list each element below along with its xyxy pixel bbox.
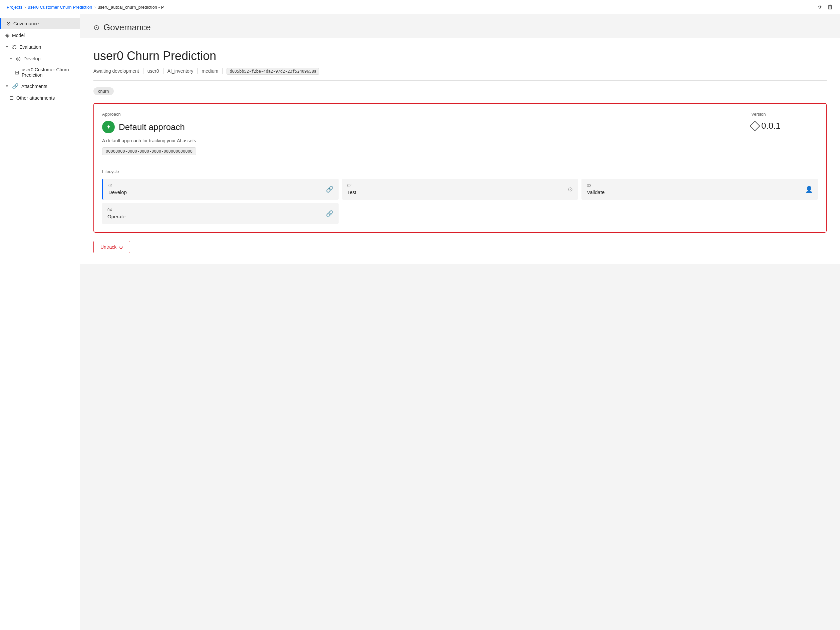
lifecycle-grid: 01 Develop 🔗 02 Test ⊙	[102, 179, 818, 200]
untrack-button[interactable]: Untrack ⊙	[93, 241, 130, 254]
sidebar: ⊙ Governance ◈ Model ▼ ⚖ Evaluation ▼ ◎ …	[0, 14, 80, 630]
untrack-label: Untrack	[100, 244, 117, 250]
sidebar-item-model[interactable]: ◈ Model	[0, 29, 80, 41]
lifecycle-item-operate[interactable]: 04 Operate 🔗	[102, 203, 339, 224]
untrack-icon: ⊙	[119, 244, 123, 250]
approach-left: Approach ✦ Default approach A default ap…	[102, 112, 751, 155]
approach-name: Default approach	[119, 122, 185, 132]
approach-header: Approach ✦ Default approach A default ap…	[102, 112, 818, 155]
lifecycle-row2: 04 Operate 🔗	[102, 203, 818, 224]
approach-right: Version 0.0.1	[751, 112, 818, 131]
model-tag: churn	[93, 87, 114, 95]
attachments-expand-icon: ▼	[5, 84, 9, 88]
develop-icon: ◎	[16, 55, 21, 61]
lifecycle-operate-num: 04	[107, 208, 326, 212]
lifecycle-test-info: 02 Test	[347, 183, 568, 195]
model-meta: Awaiting development user0 AI_inventory …	[93, 68, 827, 74]
sidebar-item-churn-label: user0 Customer Churn Prediction	[22, 67, 74, 78]
sidebar-item-evaluation-label: Evaluation	[19, 44, 41, 50]
lifecycle-develop-icon: 🔗	[326, 186, 333, 193]
meta-category: AI_inventory	[163, 68, 198, 74]
lifecycle-item-test[interactable]: 02 Test ⊙	[342, 179, 578, 200]
app-layout: ⊙ Governance ◈ Model ▼ ⚖ Evaluation ▼ ◎ …	[0, 14, 840, 630]
approach-card: Approach ✦ Default approach A default ap…	[93, 103, 827, 233]
lifecycle-test-icon: ⊙	[568, 186, 573, 193]
lifecycle-validate-name: Validate	[587, 189, 805, 195]
breadcrumb-actions: ✈ 🗑	[818, 3, 833, 11]
breadcrumb-current: user0_autoai_churn_prediction - P	[98, 5, 164, 9]
breadcrumb-sep-2: ›	[94, 5, 95, 9]
lifecycle-operate-info: 04 Operate	[107, 208, 326, 219]
sidebar-item-model-label: Model	[12, 33, 25, 38]
lifecycle-label: Lifecycle	[102, 169, 818, 174]
meta-user: user0	[144, 68, 163, 74]
rocket-icon-button[interactable]: ✈	[818, 3, 823, 11]
evaluation-expand-icon: ▼	[5, 45, 9, 49]
evaluation-icon: ⚖	[12, 44, 17, 50]
delete-icon-button[interactable]: 🗑	[827, 3, 833, 11]
content-area: user0 Churn Prediction Awaiting developm…	[80, 38, 840, 264]
model-title: user0 Churn Prediction	[93, 49, 827, 63]
sidebar-item-attachments-label: Attachments	[21, 83, 47, 89]
meta-hash: d605bb52-f2be-4da2-97d2-23f52409658a	[226, 68, 319, 75]
tag-container: churn	[93, 87, 827, 95]
page-header: ⊙ Governance	[80, 14, 840, 38]
version-number: 0.0.1	[761, 121, 781, 131]
divider-1	[93, 80, 827, 81]
develop-expand-icon: ▼	[9, 57, 13, 60]
churn-icon: ⊞	[15, 69, 19, 76]
sidebar-item-governance-label: Governance	[13, 21, 39, 26]
other-attachments-icon: ⊟	[9, 94, 14, 101]
sidebar-item-other-attachments[interactable]: ⊟ Other attachments	[0, 92, 80, 104]
diamond-icon	[750, 121, 760, 131]
lifecycle-operate-name: Operate	[107, 214, 326, 219]
governance-icon: ⊙	[6, 20, 11, 27]
lifecycle-test-num: 02	[347, 183, 568, 188]
version-value: 0.0.1	[751, 121, 818, 131]
sidebar-item-attachments[interactable]: ▼ 🔗 Attachments	[0, 80, 80, 92]
approach-icon-circle: ✦	[102, 121, 115, 133]
breadcrumb-sep-1: ›	[24, 5, 26, 9]
sidebar-item-develop[interactable]: ▼ ◎ Develop	[0, 53, 80, 65]
lifecycle-validate-num: 03	[587, 183, 805, 188]
sidebar-item-other-attachments-label: Other attachments	[16, 95, 55, 101]
model-icon: ◈	[5, 32, 9, 38]
lifecycle-test-name: Test	[347, 189, 568, 195]
breadcrumb-bar: Projects › user0 Customer Churn Predicti…	[0, 0, 840, 14]
attachments-icon: 🔗	[12, 83, 19, 89]
sidebar-item-governance[interactable]: ⊙ Governance	[0, 18, 80, 29]
lifecycle-operate-icon: 🔗	[326, 210, 333, 217]
meta-status: Awaiting development	[93, 68, 144, 74]
approach-section-label: Approach	[102, 112, 751, 117]
lifecycle-develop-num: 01	[109, 183, 326, 188]
sidebar-item-evaluation[interactable]: ▼ ⚖ Evaluation	[0, 41, 80, 53]
lifecycle-item-develop[interactable]: 01 Develop 🔗	[102, 179, 339, 200]
approach-uuid: 00000000-0000-0000-0000-000000000000	[102, 147, 196, 155]
breadcrumb-project[interactable]: user0 Customer Churn Prediction	[28, 5, 92, 9]
sidebar-item-develop-label: Develop	[23, 56, 40, 61]
approach-divider	[102, 162, 818, 162]
lifecycle-develop-name: Develop	[109, 189, 326, 195]
meta-risk: medium	[198, 68, 223, 74]
main-content: ⊙ Governance user0 Churn Prediction Awai…	[80, 14, 840, 630]
sidebar-item-user0-churn[interactable]: ⊞ user0 Customer Churn Prediction	[0, 65, 80, 80]
version-label: Version	[751, 112, 818, 117]
page-title: Governance	[103, 22, 151, 33]
approach-description: A default approach for tracking your AI …	[102, 138, 751, 143]
page-header-icon: ⊙	[93, 23, 99, 32]
meta-hash-container: d605bb52-f2be-4da2-97d2-23f52409658a	[223, 68, 323, 74]
lifecycle-develop-info: 01 Develop	[109, 183, 326, 195]
approach-name-row: ✦ Default approach	[102, 121, 751, 133]
breadcrumb-projects[interactable]: Projects	[7, 5, 22, 9]
lifecycle-item-validate[interactable]: 03 Validate 👤	[581, 179, 818, 200]
lifecycle-validate-icon: 👤	[805, 186, 813, 193]
lifecycle-validate-info: 03 Validate	[587, 183, 805, 195]
approach-circle-icon: ✦	[106, 123, 111, 131]
